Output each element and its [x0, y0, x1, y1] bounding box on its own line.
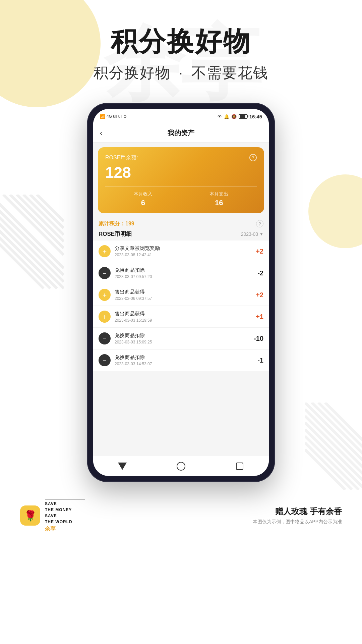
detail-header: ROSE币明细 2023-03 ▼	[93, 230, 269, 240]
nav-bar: ‹ 我的资产	[93, 124, 269, 143]
tx-amount-2: +2	[256, 291, 263, 299]
tx-amount-4: -10	[254, 335, 263, 342]
brand-text: SAVE THE MONEY SAVE THE WORLD 余享	[45, 499, 85, 533]
tx-date-3: 2023-03-03 15:19:59	[115, 318, 256, 323]
battery-icon	[239, 114, 247, 119]
network-icons: 📶	[100, 114, 105, 119]
tx-info-4: 兑换商品扣除 2023-03-03 15:09:25	[115, 332, 254, 344]
expense-value: 16	[181, 199, 257, 207]
back-button[interactable]: ‹	[100, 129, 102, 138]
logo-icon: 🌹	[24, 510, 37, 522]
tx-minus-icon-5: －	[99, 354, 111, 366]
transaction-item: － 兑换商品扣除 2023-03-03 14:53:07 -1	[93, 350, 269, 371]
tx-info-5: 兑换商品扣除 2023-03-03 14:53:07	[115, 354, 257, 366]
sub-title-dot: ·	[179, 64, 183, 81]
screen-content: ROSE币余额: ? 128 本月收入 6 本月支出 16	[93, 143, 269, 456]
tx-plus-icon-0: ＋	[99, 245, 111, 257]
card-stats: 本月收入 6 本月支出 16	[105, 191, 257, 207]
tx-plus-icon-2: ＋	[99, 289, 111, 301]
sub-title: 积分换好物 · 不需要花钱	[0, 63, 362, 83]
footer-note: 本图仅为示例，图中物品以APP内公示为准	[253, 519, 342, 525]
tx-date-0: 2023-03-08 12:42:41	[115, 253, 256, 257]
slogan-line2: THE MONEY	[45, 507, 72, 512]
tx-date-5: 2023-03-03 14:53:07	[115, 362, 257, 366]
brand-chinese: 余享	[45, 526, 85, 533]
month-selector[interactable]: 2023-03 ▼	[241, 231, 263, 237]
card-amount: 128	[105, 163, 257, 181]
tx-name-0: 分享文章被浏览奖励	[115, 245, 256, 252]
home-nav-button[interactable]	[176, 461, 186, 471]
sub-title-left: 积分换好物	[94, 64, 171, 81]
tx-minus-icon-1: －	[99, 267, 111, 279]
tx-date-4: 2023-03-03 15:09:25	[115, 340, 254, 344]
card-help-icon[interactable]: ?	[249, 154, 257, 161]
card-divider	[105, 186, 257, 186]
sub-title-right: 不需要花钱	[191, 64, 268, 81]
detail-title: ROSE币明细	[99, 230, 132, 238]
month-arrow: ▼	[259, 232, 263, 236]
phone-frame: 📶 4G ull ull ⊙ 👁 🔔 🔕 16:45 ‹ 我的资产	[87, 103, 275, 482]
slogan-line3: SAVE	[45, 514, 57, 518]
points-label: 累计积分：199	[99, 220, 134, 227]
recent-nav-button[interactable]	[235, 461, 245, 471]
income-stat: 本月收入 6	[105, 191, 181, 207]
mute-icon: 🔕	[231, 114, 237, 119]
footer-motto: 赠人玫瑰 手有余香	[253, 506, 342, 517]
time-display: 16:45	[249, 114, 262, 119]
tx-amount-3: +1	[256, 313, 263, 321]
tx-date-2: 2023-03-06 09:37:57	[115, 296, 256, 301]
status-left: 📶 4G ull ull ⊙	[100, 114, 127, 119]
transaction-item: ＋ 售出商品获得 2023-03-06 09:37:57 +2	[93, 284, 269, 306]
asset-card: ROSE币余额: ? 128 本月收入 6 本月支出 16	[98, 147, 264, 213]
tx-name-5: 兑换商品扣除	[115, 354, 257, 361]
points-row: 累计积分：199 ?	[93, 217, 269, 230]
signal-text: 4G ull ull ⊙	[107, 114, 127, 119]
phone-container: 📶 4G ull ull ⊙ 👁 🔔 🔕 16:45 ‹ 我的资产	[0, 103, 362, 482]
tx-info-0: 分享文章被浏览奖励 2023-03-08 12:42:41	[115, 245, 256, 257]
status-bar: 📶 4G ull ull ⊙ 👁 🔔 🔕 16:45	[93, 109, 269, 124]
points-help-icon[interactable]: ?	[256, 220, 263, 227]
brand-logo: 🌹	[20, 505, 40, 526]
tx-minus-icon-4: －	[99, 332, 111, 344]
tx-name-3: 售出商品获得	[115, 311, 256, 317]
phone-screen: 📶 4G ull ull ⊙ 👁 🔔 🔕 16:45 ‹ 我的资产	[93, 109, 269, 476]
tx-amount-1: -2	[257, 269, 263, 277]
transaction-item: ＋ 分享文章被浏览奖励 2023-03-08 12:42:41 +2	[93, 240, 269, 262]
tx-amount-5: -1	[257, 357, 263, 364]
tx-amount-0: +2	[256, 248, 263, 255]
recent-square-icon	[236, 463, 243, 470]
bottom-nav	[93, 456, 269, 476]
expense-label: 本月支出	[181, 191, 257, 197]
transaction-item: ＋ 售出商品获得 2023-03-03 15:19:59 +1	[93, 306, 269, 328]
main-title: 积分换好物	[0, 27, 362, 56]
bell-icon: 🔔	[224, 114, 229, 119]
tx-date-1: 2023-03-07 09:57:20	[115, 274, 257, 279]
back-nav-button[interactable]	[117, 461, 127, 471]
tx-name-1: 兑换商品扣除	[115, 267, 257, 273]
slogan-line1: SAVE	[45, 501, 57, 506]
card-label-row: ROSE币余额: ?	[105, 154, 257, 161]
brand-slogan: SAVE THE MONEY SAVE THE WORLD	[45, 501, 85, 525]
footer-section: 🌹 SAVE THE MONEY SAVE THE WORLD 余享 赠人玫瑰 …	[0, 489, 362, 533]
transaction-item: － 兑换商品扣除 2023-03-07 09:57:20 -2	[93, 262, 269, 284]
tx-name-4: 兑换商品扣除	[115, 332, 254, 339]
expense-stat: 本月支出 16	[181, 191, 257, 207]
page-title: 我的资产	[168, 128, 194, 138]
header-section: 积分换好物 积分换好物 · 不需要花钱	[0, 0, 362, 83]
tx-info-3: 售出商品获得 2023-03-03 15:19:59	[115, 311, 256, 323]
status-right: 👁 🔔 🔕 16:45	[218, 114, 262, 119]
transaction-item: － 兑换商品扣除 2023-03-03 15:09:25 -10	[93, 328, 269, 350]
tx-name-2: 售出商品获得	[115, 289, 256, 295]
eye-icon: 👁	[218, 114, 222, 119]
battery-fill	[240, 115, 246, 118]
month-value: 2023-03	[241, 231, 258, 237]
slogan-line4: THE WORLD	[45, 520, 72, 524]
tx-info-1: 兑换商品扣除 2023-03-07 09:57:20	[115, 267, 257, 279]
tx-info-2: 售出商品获得 2023-03-06 09:37:57	[115, 289, 256, 301]
brand-area: 🌹 SAVE THE MONEY SAVE THE WORLD 余享	[20, 499, 85, 533]
card-label: ROSE币余额:	[105, 154, 138, 161]
home-circle-icon	[177, 462, 185, 471]
income-label: 本月收入	[105, 191, 181, 197]
tx-plus-icon-3: ＋	[99, 311, 111, 323]
footer-right: 赠人玫瑰 手有余香 本图仅为示例，图中物品以APP内公示为准	[253, 506, 342, 525]
